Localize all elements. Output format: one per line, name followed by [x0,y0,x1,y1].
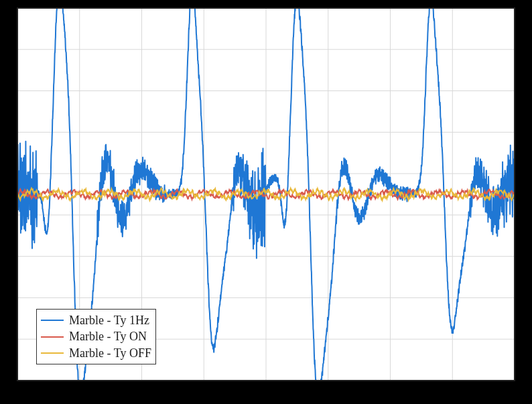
legend-item: Marble - Ty ON [41,328,151,344]
legend-swatch [41,320,64,321]
legend: Marble - Ty 1HzMarble - Ty ONMarble - Ty… [36,309,156,364]
legend-label: Marble - Ty 1Hz [69,312,149,328]
legend-label: Marble - Ty OFF [69,345,151,361]
legend-item: Marble - Ty 1Hz [41,312,151,328]
legend-label: Marble - Ty ON [69,328,147,344]
legend-swatch [41,352,64,354]
legend-item: Marble - Ty OFF [41,345,151,361]
figure: Marble - Ty 1HzMarble - Ty ONMarble - Ty… [0,0,532,404]
legend-swatch [41,336,64,338]
